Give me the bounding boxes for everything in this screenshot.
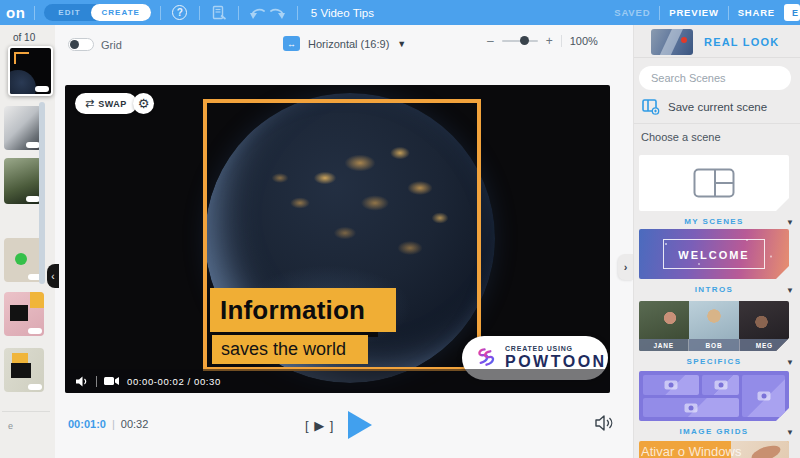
- divider: [297, 6, 298, 20]
- collapse-slides-button[interactable]: ‹: [47, 264, 59, 288]
- slide-counter: of 10: [13, 32, 35, 43]
- divider: [634, 123, 800, 124]
- edit-mode-button[interactable]: EDIT: [44, 8, 90, 17]
- scene-category-specifics: JANE BOB MEG ▼ SPECIFICS: [639, 301, 797, 366]
- swap-button[interactable]: ⇄ SWAP: [75, 93, 137, 114]
- zoom-slider-knob[interactable]: [520, 36, 529, 45]
- slide-thumbnail-selected[interactable]: [8, 46, 53, 96]
- volume-icon[interactable]: [595, 415, 614, 431]
- expand-category-caret[interactable]: ▼: [786, 286, 794, 295]
- grid-toggle-control[interactable]: Grid: [68, 38, 122, 51]
- scene-category-my-scenes: ▼ MY SCENES: [639, 155, 797, 226]
- total-time: 00:32: [121, 418, 149, 430]
- top-bar: on EDIT CREATE ?: [0, 0, 800, 25]
- divider: [199, 6, 200, 20]
- search-input[interactable]: [651, 72, 793, 84]
- scene-category-intros: WELCOME ▼ INTROS: [639, 229, 797, 294]
- category-label[interactable]: SPECIFICS: [639, 357, 789, 366]
- play-scene-button[interactable]: [ ▶ ]: [305, 418, 334, 433]
- play-button[interactable]: [348, 411, 372, 439]
- undo-icon: [249, 6, 266, 20]
- category-label[interactable]: IMAGE GRIDS: [639, 427, 789, 436]
- zoom-in-button[interactable]: +: [546, 34, 553, 48]
- horizontal-arrows-icon: ↔: [283, 36, 300, 51]
- export-button[interactable]: E: [784, 4, 800, 21]
- slides-scrollbar[interactable]: [39, 102, 45, 284]
- canvas-toolbar: Grid ↔ Horizontal (16:9) ▼ – + 100%: [55, 25, 633, 60]
- grid-toggle-switch[interactable]: [68, 38, 94, 51]
- mute-icon[interactable]: [76, 376, 89, 387]
- specifics-scene-card[interactable]: JANE BOB MEG: [639, 301, 789, 351]
- my-scenes-card[interactable]: [639, 155, 789, 211]
- settings-button[interactable]: ⚙: [133, 93, 154, 114]
- help-icon: ?: [172, 5, 187, 20]
- search-box[interactable]: [639, 66, 791, 90]
- decor-block: [30, 292, 44, 308]
- expand-scenes-button[interactable]: ›: [618, 254, 633, 280]
- grid-label: Grid: [101, 39, 122, 51]
- category-label[interactable]: MY SCENES: [639, 217, 789, 226]
- slide-thumbnail[interactable]: [4, 158, 42, 204]
- partial-scene-card[interactable]: Ativar o Windows: [639, 441, 789, 458]
- video-stage[interactable]: Information saves the world ⇄ SWAP ⚙: [65, 85, 610, 393]
- subline-text-box[interactable]: saves the world: [212, 335, 368, 364]
- zoom-slider[interactable]: [502, 40, 538, 42]
- slide-thumbnail[interactable]: [4, 348, 44, 392]
- undo-button[interactable]: [248, 3, 268, 23]
- create-mode-button[interactable]: CREATE: [91, 4, 151, 21]
- redo-button[interactable]: [268, 3, 288, 23]
- image-placeholder-tile: [742, 375, 785, 417]
- project-title[interactable]: 5 Video Tips: [311, 7, 374, 19]
- script-notes-button[interactable]: [209, 3, 229, 23]
- welcome-text: WELCOME: [678, 249, 749, 261]
- playback-controls: [ ▶ ]: [305, 411, 372, 439]
- image-placeholder-tile: [643, 398, 739, 417]
- help-button[interactable]: ?: [170, 3, 190, 23]
- slide-duration-badge: [26, 196, 40, 202]
- character-name: BOB: [689, 339, 739, 351]
- current-scene-thumbnail[interactable]: [651, 29, 693, 55]
- zoom-control: – + 100%: [487, 34, 598, 48]
- scene-category-partial: Ativar o Windows: [639, 441, 797, 458]
- zoom-out-button[interactable]: –: [487, 34, 494, 48]
- expand-category-caret[interactable]: ▼: [786, 428, 794, 437]
- playback-bar: 00:01:0 | 00:32 [ ▶ ]: [55, 393, 633, 458]
- powtoon-logo[interactable]: on: [6, 4, 25, 21]
- chevron-down-icon[interactable]: ▼: [397, 39, 406, 49]
- image-placeholder-tile: [643, 375, 699, 395]
- headline-text-box[interactable]: Information: [210, 288, 396, 332]
- preview-button[interactable]: PREVIEW: [669, 7, 718, 18]
- orientation-dropdown[interactable]: ↔ Horizontal (16:9) ▼: [283, 36, 406, 51]
- divider: [561, 35, 562, 47]
- decor-stripe: [657, 29, 683, 55]
- expand-category-caret[interactable]: ▼: [786, 358, 794, 367]
- script-notes-icon: [211, 5, 227, 21]
- welcome-scene-card[interactable]: WELCOME: [639, 229, 789, 279]
- top-bar-actions: SAVED PREVIEW SHARE E: [614, 0, 800, 25]
- headline-text: Information: [220, 295, 365, 326]
- scene-category-image-grids: ▼ IMAGE GRIDS: [639, 371, 797, 436]
- slide-thumbnail[interactable]: [4, 292, 44, 336]
- expand-category-caret[interactable]: ▼: [786, 218, 794, 227]
- red-dot: [681, 37, 687, 43]
- slide-thumbnail[interactable]: [4, 238, 44, 282]
- image-grids-scene-card[interactable]: [639, 371, 789, 421]
- chevron-right-icon: ›: [624, 261, 628, 273]
- save-current-scene-button[interactable]: Save current scene: [642, 98, 767, 115]
- slide-duration-badge: [28, 384, 42, 390]
- category-label[interactable]: INTROS: [639, 285, 789, 294]
- slides-panel: of 10 e: [0, 25, 55, 458]
- share-button[interactable]: SHARE: [738, 7, 775, 18]
- choose-scene-label: Choose a scene: [641, 131, 721, 143]
- subline-text: saves the world: [221, 339, 346, 360]
- decor-block: [11, 363, 31, 378]
- camera-icon[interactable]: [104, 376, 119, 386]
- slide-duration-badge: [26, 142, 40, 148]
- edit-create-toggle[interactable]: EDIT CREATE: [44, 4, 151, 21]
- divider: [659, 6, 660, 20]
- decor-block: [12, 353, 28, 363]
- swap-arrows-icon: ⇄: [85, 97, 94, 110]
- slide-thumb-earth: [8, 70, 36, 96]
- selection-bracket: [14, 52, 29, 64]
- slide-thumbnail[interactable]: [4, 106, 42, 150]
